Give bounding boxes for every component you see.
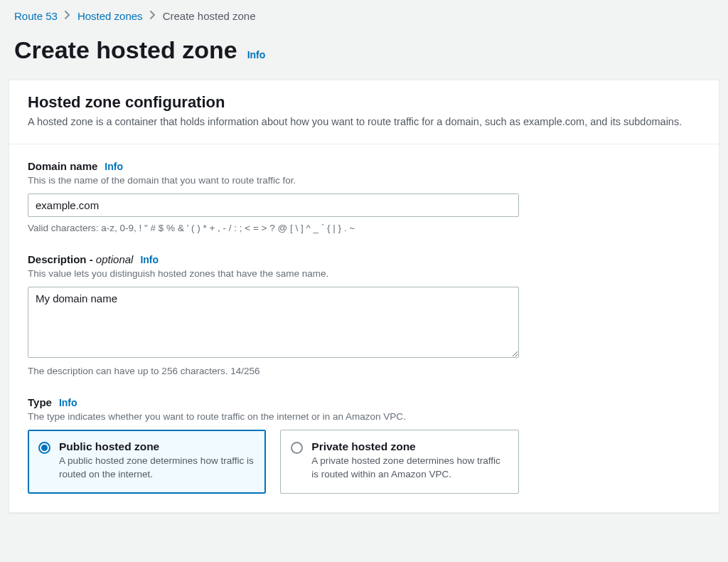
domain-name-desc: This is the name of the domain that you … (28, 174, 700, 188)
type-desc: The type indicates whether you want to r… (28, 410, 700, 424)
panel-title: Hosted zone configuration (28, 93, 700, 112)
info-link-type[interactable]: Info (59, 397, 77, 408)
domain-name-label: Domain name (28, 160, 97, 172)
info-link-domain[interactable]: Info (105, 161, 123, 172)
breadcrumb: Route 53 Hosted zones Create hosted zone (3, 7, 725, 29)
page-title: Create hosted zone (14, 36, 237, 64)
panel-body: Domain name Info This is the name of the… (9, 144, 719, 512)
description-label: Description - optional (28, 253, 133, 265)
radio-desc: A private hosted zone determines how tra… (311, 455, 506, 482)
radio-icon (38, 442, 50, 454)
config-panel: Hosted zone configuration A hosted zone … (9, 80, 719, 513)
breadcrumb-current: Create hosted zone (163, 10, 256, 22)
radio-desc: A public hosted zone determines how traf… (59, 455, 254, 482)
domain-name-input[interactable] (28, 193, 519, 217)
radio-icon (291, 442, 303, 454)
type-radio-group: Public hosted zone A public hosted zone … (28, 430, 519, 494)
description-desc: This value lets you distinguish hosted z… (28, 267, 700, 281)
radio-title: Private hosted zone (311, 440, 506, 453)
info-link-page[interactable]: Info (247, 49, 266, 60)
type-label: Type (28, 396, 52, 408)
description-hint: The description can have up to 256 chara… (28, 364, 700, 378)
radio-private-hosted-zone[interactable]: Private hosted zone A private hosted zon… (280, 430, 518, 494)
panel-header: Hosted zone configuration A hosted zone … (9, 80, 719, 144)
page-header: Create hosted zone Info (3, 29, 725, 80)
chevron-right-icon (150, 11, 156, 21)
info-link-description[interactable]: Info (140, 254, 159, 265)
radio-title: Public hosted zone (59, 440, 254, 453)
description-input[interactable]: My domain name (28, 287, 519, 358)
panel-subtitle: A hosted zone is a container that holds … (28, 115, 700, 129)
field-domain-name: Domain name Info This is the name of the… (28, 160, 700, 235)
chevron-right-icon (65, 11, 70, 21)
field-description: Description - optional Info This value l… (28, 253, 700, 378)
field-type: Type Info The type indicates whether you… (28, 396, 700, 493)
breadcrumb-hosted-zones[interactable]: Hosted zones (77, 10, 143, 22)
domain-name-hint: Valid characters: a-z, 0-9, ! " # $ % & … (28, 221, 700, 235)
radio-public-hosted-zone[interactable]: Public hosted zone A public hosted zone … (28, 430, 266, 494)
breadcrumb-root[interactable]: Route 53 (14, 10, 58, 22)
